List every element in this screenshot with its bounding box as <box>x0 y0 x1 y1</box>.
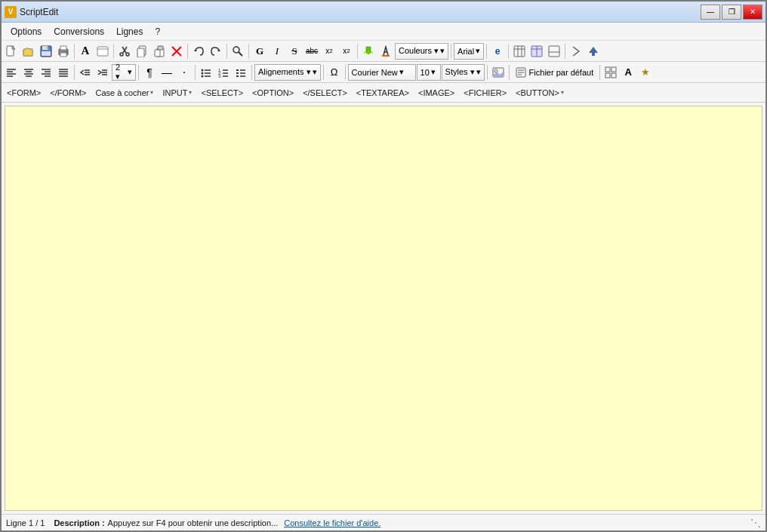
menu-conversions[interactable]: Conversions <box>48 25 110 38</box>
arrow-right-button[interactable] <box>568 43 584 60</box>
form-open-tag[interactable]: <FORM> <box>3 85 45 100</box>
window-title: ScriptEdit <box>20 7 58 17</box>
svg-rect-78 <box>236 75 239 77</box>
hrule-button[interactable]: — <box>159 64 175 81</box>
checkbox-tag[interactable]: Case à cocher ▾ <box>92 85 158 100</box>
font-btn2[interactable]: A <box>620 64 636 81</box>
color-button[interactable] <box>377 43 394 60</box>
svg-rect-29 <box>514 46 525 57</box>
undo-button[interactable] <box>190 43 207 60</box>
svg-rect-11 <box>97 47 108 56</box>
highlight-button[interactable] <box>360 43 377 60</box>
bold-button[interactable]: G <box>251 43 268 60</box>
sep13 <box>195 65 196 80</box>
preview-button[interactable] <box>94 43 111 60</box>
strikethrough2-button[interactable]: abc <box>303 43 320 60</box>
paragraph-button[interactable]: ¶ <box>141 64 158 81</box>
subscript-button[interactable]: x2 <box>321 43 337 60</box>
sep15 <box>323 65 324 80</box>
button-tag[interactable]: <BUTTON> ▾ <box>512 85 568 100</box>
svg-rect-18 <box>137 48 144 57</box>
sep4 <box>226 44 227 59</box>
menubar: Options Conversions Lignes ? <box>2 23 765 41</box>
list-style-button[interactable] <box>233 64 249 81</box>
alignments-arrow: ▾ <box>313 67 317 77</box>
list-num-dropdown[interactable]: 2 ▾ ▾ <box>112 64 136 81</box>
redo-button[interactable] <box>208 43 224 60</box>
svg-rect-88 <box>605 73 610 78</box>
superscript-button[interactable]: x2 <box>338 43 355 60</box>
font-large-button[interactable]: A <box>77 43 94 60</box>
fichier-tag[interactable]: <FICHIER> <box>460 85 510 100</box>
cut-button[interactable] <box>116 43 133 60</box>
minimize-button[interactable]: — <box>701 5 720 20</box>
button-label: <BUTTON> <box>516 88 559 97</box>
select-open-tag[interactable]: <SELECT> <box>197 85 247 100</box>
delete-button[interactable] <box>168 43 185 60</box>
find-button[interactable] <box>229 43 246 60</box>
font-name-dropdown[interactable]: Courier New ▾ <box>348 64 416 81</box>
image-insert-button[interactable] <box>490 64 507 81</box>
indent-left-button[interactable] <box>77 64 94 81</box>
file-default-button[interactable]: Fichier par défaut <box>512 64 598 81</box>
sep1 <box>74 44 75 59</box>
indent-right-button[interactable] <box>94 64 111 81</box>
align-right-button[interactable] <box>38 64 54 81</box>
button-arrow: ▾ <box>561 89 564 96</box>
styles-dropdown[interactable]: Styles ▾ ▾ <box>442 64 485 81</box>
strikethrough-button[interactable]: S <box>286 43 303 60</box>
print-button[interactable] <box>55 43 72 60</box>
table-insert-button[interactable] <box>511 43 528 60</box>
font-dropdown[interactable]: Arial ▾ <box>454 43 484 60</box>
couleurs-dropdown[interactable]: Couleurs ▾ ▾ <box>395 43 448 60</box>
copy-button[interactable] <box>134 43 150 60</box>
menu-help[interactable]: ? <box>149 25 166 38</box>
italic-button[interactable]: I <box>269 43 285 60</box>
new-button[interactable] <box>3 43 20 60</box>
help-link[interactable]: Consultez le fichier d'aide. <box>284 518 380 527</box>
grid-button[interactable] <box>602 64 619 81</box>
svg-rect-21 <box>155 50 160 57</box>
image-tag[interactable]: <IMAGE> <box>414 85 458 100</box>
star-button[interactable]: ★ <box>637 64 654 81</box>
list-num-arrow: ▾ <box>128 67 132 77</box>
table2-button[interactable] <box>528 43 545 60</box>
svg-point-24 <box>233 47 239 53</box>
dot-button[interactable]: · <box>176 64 193 81</box>
select-close-tag[interactable]: </SELECT> <box>299 85 351 100</box>
menu-options[interactable]: Options <box>5 25 48 38</box>
arrow-up-button[interactable] <box>585 43 602 60</box>
table3-button[interactable] <box>546 43 562 60</box>
unordered-list-button[interactable] <box>198 64 214 81</box>
align-center-button[interactable] <box>20 64 37 81</box>
form-close-tag[interactable]: </FORM> <box>46 85 90 100</box>
sep16 <box>345 65 346 80</box>
svg-line-25 <box>239 52 242 56</box>
font-size-dropdown[interactable]: 10 ▾ <box>417 64 441 81</box>
special-char-button[interactable]: Ω <box>326 64 343 81</box>
close-button[interactable]: ✕ <box>743 5 762 20</box>
align-left-button[interactable] <box>3 64 20 81</box>
sep9 <box>508 44 509 59</box>
svg-rect-87 <box>611 67 616 72</box>
svg-point-64 <box>202 72 204 74</box>
ordered-list-button[interactable]: 1.2.3. <box>215 64 232 81</box>
ie-button[interactable]: e <box>489 43 506 60</box>
textarea-tag[interactable]: <TEXTAREA> <box>353 85 413 100</box>
titlebar: V ScriptEdit — ❐ ✕ <box>2 2 765 23</box>
restore-button[interactable]: ❐ <box>722 5 741 20</box>
checkbox-arrow: ▾ <box>150 89 153 96</box>
input-tag[interactable]: INPUT ▾ <box>159 85 196 100</box>
option-tag[interactable]: <OPTION> <box>248 85 297 100</box>
save-button[interactable] <box>38 43 54 60</box>
toolbar1: A G I S abc x2 <box>2 41 765 62</box>
htmlbar: <FORM> </FORM> Case à cocher ▾ INPUT ▾ <… <box>2 83 765 103</box>
align-justify-button[interactable] <box>55 64 72 81</box>
font-size-arrow: ▾ <box>431 67 436 77</box>
alignments-dropdown[interactable]: Alignements ▾ ▾ <box>254 64 321 81</box>
open-button[interactable] <box>20 43 37 60</box>
editor-area[interactable] <box>5 106 762 511</box>
menu-lignes[interactable]: Lignes <box>110 25 149 38</box>
paste-button[interactable] <box>151 43 168 60</box>
svg-rect-36 <box>549 46 559 57</box>
